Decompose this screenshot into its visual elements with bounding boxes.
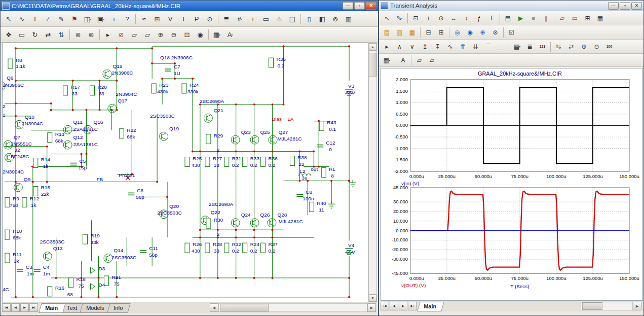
component-symbol[interactable] (206, 219, 211, 228)
component-symbol[interactable] (162, 137, 166, 139)
component-symbol[interactable] (66, 131, 70, 133)
component-label[interactable]: 33 (98, 91, 104, 96)
component-label[interactable]: R14 (41, 157, 51, 162)
select-tool-icon[interactable]: ↖ (2, 12, 15, 25)
sheet-nav-button-1[interactable]: ◀ (390, 302, 398, 310)
probe-icon[interactable]: ⊞ (581, 12, 594, 24)
component-label[interactable]: R18 (77, 276, 86, 282)
view-grid-icon[interactable]: ▦▾ (210, 28, 223, 41)
component-symbol[interactable] (104, 254, 112, 263)
go-to-y-icon[interactable]: ⊕ (476, 26, 489, 39)
component-symbol[interactable] (205, 157, 210, 167)
component-label[interactable]: R26 (193, 241, 202, 247)
transient-plots[interactable]: GRAAL_20kHz-square&!MHz.CIR2.0001.5001.0… (381, 68, 642, 300)
component-symbol[interactable] (319, 121, 324, 131)
global-high-icon[interactable]: ⇈ (457, 41, 469, 53)
component-label[interactable]: R17 (71, 84, 81, 90)
numeric-tag-icon[interactable]: 123 (536, 41, 549, 53)
component-label[interactable]: 430 (192, 248, 200, 254)
component-label[interactable]: Q28 (277, 212, 287, 218)
component-label[interactable]: FB (96, 177, 103, 182)
component-label[interactable]: RL (329, 166, 335, 172)
bottom-icon[interactable]: _ (495, 41, 507, 53)
component-label[interactable]: R16 (55, 285, 65, 291)
component-symbol[interactable] (309, 202, 314, 212)
font-icon[interactable]: A▾ (223, 28, 237, 41)
component-label[interactable]: L2 (299, 168, 306, 174)
component-symbol[interactable] (261, 157, 266, 167)
component-label[interactable]: R40 (317, 200, 326, 206)
component-label[interactable]: Q20 (169, 203, 179, 209)
component-symbol[interactable] (46, 257, 50, 259)
component-label[interactable]: 2SC2690A (200, 98, 224, 104)
component-browser-icon[interactable]: ◫▾ (81, 12, 94, 25)
component-symbol[interactable] (16, 184, 20, 186)
component-symbol[interactable] (14, 183, 22, 192)
component-symbol[interactable] (63, 86, 68, 95)
component-label[interactable]: R19 (91, 233, 100, 238)
performance-tag-icon[interactable]: ƒ (473, 12, 485, 24)
component-label[interactable]: Q15 (112, 63, 122, 69)
component-label[interactable]: 68k (13, 235, 21, 240)
next-point-icon[interactable]: ▸ (381, 41, 393, 53)
numeric-output-icon[interactable]: ▥ (393, 26, 406, 39)
component-symbol[interactable] (43, 252, 52, 261)
sheet-nav-button-2[interactable]: ▶ (399, 302, 407, 310)
zoom-in-icon[interactable]: ⊕ (578, 41, 590, 53)
sheet-nav-button-1[interactable]: ◀ (11, 303, 20, 312)
component-symbol[interactable] (253, 141, 257, 143)
horizontal-axis-icon[interactable]: ⊟ (422, 26, 435, 39)
component-symbol[interactable] (271, 137, 275, 139)
zoom-out-icon[interactable]: ⊖ (590, 41, 603, 53)
component-label[interactable]: 68k (127, 134, 135, 139)
zoom-100-icon[interactable]: 100 (603, 41, 616, 53)
stop-icon[interactable]: ⊘ (115, 28, 128, 41)
component-label[interactable]: C4 (43, 264, 50, 270)
normalize-icon[interactable]: ◎ (451, 26, 464, 39)
analysis-hscroll-track[interactable] (581, 302, 633, 310)
component-label[interactable]: Q11 (73, 119, 83, 125)
component-symbol[interactable] (206, 134, 211, 144)
graphics-mode-icon[interactable]: ✎ (55, 12, 68, 25)
component-symbol[interactable] (185, 243, 190, 253)
component-symbol[interactable] (243, 243, 247, 253)
component-symbol[interactable] (270, 220, 274, 222)
component-label[interactable]: R31 (232, 156, 242, 161)
tab-main[interactable]: Main (39, 303, 66, 313)
flag-mode-icon[interactable]: ⚑ (68, 12, 81, 25)
component-label[interactable]: 0.2 (232, 248, 239, 254)
component-label[interactable]: 55V (346, 249, 355, 255)
component-label[interactable]: C5 (80, 158, 86, 164)
graphics-dropdown-icon[interactable]: ✎▾ (393, 12, 406, 24)
component-label[interactable]: Q25 (260, 129, 270, 135)
vscroll-track[interactable] (369, 51, 376, 294)
component-symbol[interactable] (8, 59, 13, 68)
schematic-drawing[interactable]: R81.1kQ62N3906CQ152N3906CQ18 2N3906CC71U… (3, 43, 368, 302)
tag-mode-icon[interactable]: ⊗ (489, 26, 502, 39)
hscroll-right-button[interactable]: ▶ (367, 303, 376, 312)
component-label[interactable]: 0.2 (232, 162, 239, 168)
vscroll-thumb[interactable] (369, 53, 376, 77)
copy-page-icon[interactable]: ▱ (426, 54, 438, 66)
component-symbol[interactable] (160, 132, 168, 141)
component-label[interactable]: 330k (187, 89, 199, 94)
component-symbol[interactable] (63, 125, 72, 134)
component-symbol[interactable] (105, 75, 109, 77)
component-symbol[interactable] (250, 219, 259, 227)
flip-vertical-icon[interactable]: ⇅ (55, 28, 68, 41)
component-label[interactable]: R27 (213, 156, 222, 161)
digital-path-icon[interactable]: ≈ (137, 12, 150, 25)
component-symbol[interactable] (6, 142, 10, 144)
component-label[interactable]: Q17 (118, 98, 127, 103)
component-label[interactable]: Q12 (73, 134, 83, 140)
title-block-icon[interactable]: ▤ (286, 12, 299, 25)
schematic-vscrollbar[interactable]: ▲ ▼ (368, 43, 377, 302)
grid-dropdown-icon[interactable]: #▾ (233, 12, 246, 25)
component-symbol[interactable] (106, 255, 110, 257)
component-label[interactable]: V4 (348, 242, 355, 248)
rotate-icon[interactable]: ↻ (28, 28, 42, 41)
component-label[interactable]: 2SC3503C (150, 113, 175, 119)
minimize-button[interactable]: — (343, 2, 353, 10)
component-label[interactable]: C3. (26, 264, 34, 270)
component-symbol[interactable] (253, 137, 257, 139)
